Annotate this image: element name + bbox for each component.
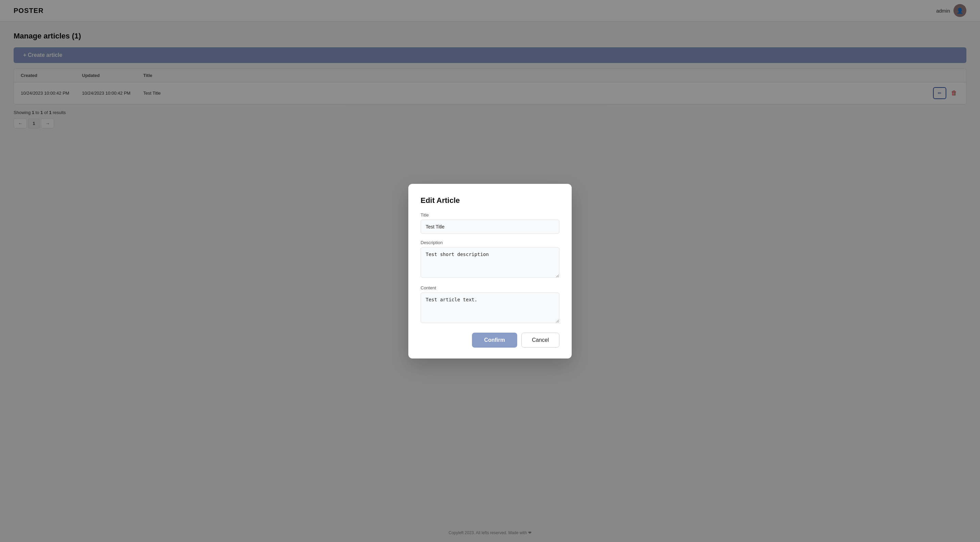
title-label: Title	[421, 212, 559, 218]
description-textarea[interactable]: Test short description	[421, 247, 559, 278]
modal-overlay: Edit Article Title Description Test shor…	[0, 0, 980, 542]
description-field-group: Description Test short description	[421, 240, 559, 279]
title-input[interactable]	[421, 220, 559, 234]
modal-actions: Confirm Cancel	[421, 333, 559, 348]
edit-article-modal: Edit Article Title Description Test shor…	[408, 184, 572, 359]
title-field-group: Title	[421, 212, 559, 234]
content-textarea[interactable]: Test article text.	[421, 292, 559, 323]
modal-title: Edit Article	[421, 196, 559, 205]
confirm-button[interactable]: Confirm	[472, 333, 517, 348]
cancel-button[interactable]: Cancel	[521, 333, 559, 348]
content-field-group: Content Test article text.	[421, 285, 559, 324]
description-label: Description	[421, 240, 559, 245]
content-label: Content	[421, 285, 559, 290]
